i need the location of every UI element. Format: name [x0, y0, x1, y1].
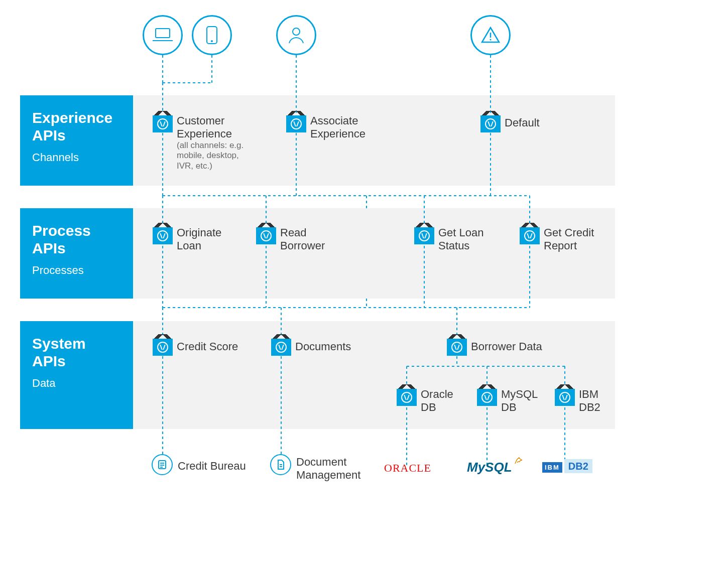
credit-score-api-icon	[153, 339, 173, 356]
system-subtitle: Data	[32, 377, 121, 390]
ibm-db2-label: IBM DB2	[579, 388, 609, 414]
read-borrower-label: Read Borrower	[280, 226, 330, 253]
mobile-icon	[192, 15, 232, 55]
get-loan-status-label: Get Loan Status	[438, 226, 489, 253]
mysql-db-api-icon	[477, 389, 497, 406]
customer-experience-label: Customer Experience	[177, 114, 242, 141]
credit-bureau-label: Credit Bureau	[178, 460, 246, 473]
borrower-data-label: Borrower Data	[471, 340, 542, 353]
documents-label: Documents	[295, 340, 351, 353]
oracle-logo: ORACLE	[384, 462, 431, 475]
experience-subtitle: Channels	[32, 151, 121, 164]
svg-point-37	[211, 40, 213, 42]
oracle-db-label: Oracle DB	[421, 388, 456, 414]
credit-score-label: Credit Score	[177, 340, 238, 353]
originate-loan-label: Originate Loan	[177, 226, 227, 253]
credit-bureau-icon	[152, 454, 173, 475]
process-layer-label: Process APIs Processes	[20, 208, 133, 299]
person-icon	[276, 15, 316, 55]
document-management-label: Document Management	[296, 456, 367, 482]
ibm-db2-logo: IBMDB2	[542, 461, 592, 472]
system-layer-bg	[133, 321, 615, 429]
db2-badge: DB2	[564, 459, 592, 473]
customer-experience-note: (all channels: e.g. mobile, desktop, IVR…	[177, 140, 257, 171]
oracle-db-api-icon	[397, 389, 417, 406]
get-credit-report-api-icon	[520, 227, 540, 244]
customer-experience-api-icon	[153, 115, 173, 132]
documents-api-icon	[271, 339, 291, 356]
process-subtitle: Processes	[32, 264, 121, 277]
system-title: System APIs	[32, 335, 121, 370]
associate-experience-api-icon	[286, 115, 306, 132]
svg-point-40	[490, 39, 491, 40]
experience-title: Experience APIs	[32, 109, 121, 144]
ibm-db2-api-icon	[555, 389, 575, 406]
svg-rect-34	[156, 29, 170, 38]
document-management-icon	[270, 454, 291, 475]
experience-layer-label: Experience APIs Channels	[20, 95, 133, 186]
get-loan-status-api-icon	[414, 227, 434, 244]
svg-point-38	[293, 28, 300, 35]
mysql-logo: MySQL	[467, 460, 523, 475]
system-layer-label: System APIs Data	[20, 321, 133, 429]
originate-loan-api-icon	[153, 227, 173, 244]
borrower-data-api-icon	[447, 339, 467, 356]
default-api-icon	[480, 115, 501, 132]
laptop-icon	[143, 15, 183, 55]
process-title: Process APIs	[32, 222, 121, 257]
read-borrower-api-icon	[256, 227, 276, 244]
alert-icon	[470, 15, 511, 55]
get-credit-report-label: Get Credit Report	[544, 226, 599, 253]
ibm-badge: IBM	[542, 462, 562, 473]
default-label: Default	[505, 116, 540, 129]
associate-experience-label: Associate Experience	[310, 114, 376, 141]
mysql-db-label: MySQL DB	[501, 388, 541, 414]
process-layer-bg	[133, 208, 615, 299]
